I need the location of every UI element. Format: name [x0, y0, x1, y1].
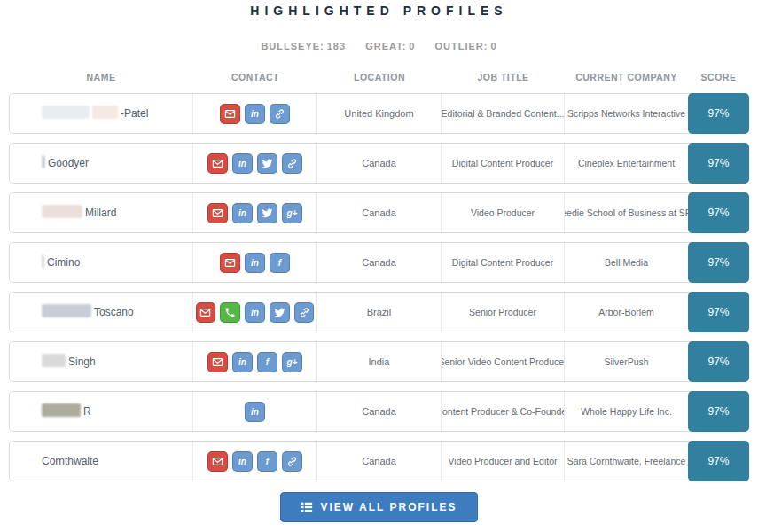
stat-great-value: 0 [409, 41, 415, 51]
contact-cell: in [193, 392, 317, 431]
gplus-icon[interactable]: g+ [282, 352, 302, 372]
company-cell: SilverPush [565, 342, 688, 381]
column-header-location: LOCATION [317, 72, 442, 82]
name-cell: Goodyer [10, 144, 193, 183]
email-icon[interactable] [207, 352, 228, 372]
score-badge: 97% [688, 192, 749, 233]
linkedin-icon[interactable]: in [245, 402, 265, 422]
redacted-name-blocks [42, 205, 85, 221]
contact-cell: in [193, 144, 317, 183]
facebook-icon[interactable]: f [257, 451, 277, 472]
redacted-name-block [42, 354, 66, 367]
linkedin-icon[interactable]: in [232, 203, 253, 223]
table-column-headers: NAME CONTACT LOCATION JOB TITLE CURRENT … [9, 72, 749, 82]
redacted-name-block [42, 403, 81, 417]
redacted-name-block [42, 205, 82, 218]
redacted-name-block [92, 106, 118, 119]
link-icon[interactable] [270, 104, 290, 124]
name-cell: Cornthwaite [10, 442, 193, 481]
profile-name: R [83, 405, 91, 418]
stat-outlier-value: 0 [490, 41, 496, 51]
job-title-cell: Senior Producer [442, 293, 565, 332]
linkedin-icon[interactable]: in [245, 253, 265, 273]
contact-cell: inf [193, 442, 317, 481]
column-header-current-company: CURRENT COMPANY [565, 72, 688, 82]
name-cell: R [10, 392, 193, 431]
stat-great-label: GREAT: [365, 41, 406, 51]
stat-outlier: OUTLIER:0 [435, 41, 497, 51]
location-cell: Canada [317, 392, 442, 431]
link-icon[interactable] [282, 451, 302, 472]
facebook-icon[interactable]: f [270, 253, 290, 273]
job-title-cell: Senior Video Content Producer [442, 342, 565, 381]
name-cell: -Patel [10, 94, 193, 133]
email-icon[interactable] [220, 253, 240, 273]
profiles-table: -Patel in United Kingdom Editorial & Bra… [9, 93, 749, 481]
twitter-icon[interactable] [257, 203, 277, 223]
profile-name: Cornthwaite [42, 455, 98, 467]
email-icon[interactable] [196, 302, 216, 323]
company-cell: Arbor-Borlem [565, 293, 688, 332]
table-row: R in Canada Content Producer & Co-Founde… [9, 391, 749, 432]
company-cell: Cineplex Entertainment [565, 144, 688, 183]
table-row: Cornthwaite inf Canada Video Producer an… [9, 441, 749, 481]
company-cell: Whole Happy Life Inc. [565, 392, 688, 431]
contact-cell: in [193, 293, 317, 332]
linkedin-icon[interactable]: in [232, 352, 253, 372]
location-cell: Canada [317, 144, 442, 183]
profile-name: Toscano [94, 306, 134, 318]
column-header-name: NAME [9, 72, 193, 82]
page-title: HIGHLIGHTED PROFILES [0, 4, 758, 18]
twitter-icon[interactable] [257, 153, 277, 174]
location-cell: Brazil [317, 293, 442, 332]
email-icon[interactable] [207, 451, 228, 472]
profile-name: Singh [68, 356, 96, 368]
contact-cell: infg+ [193, 342, 317, 381]
job-title-cell: Digital Content Producer [442, 144, 565, 183]
redacted-name-block [42, 106, 90, 119]
email-icon[interactable] [220, 104, 240, 124]
name-cell: Toscano [10, 293, 193, 332]
email-icon[interactable] [207, 153, 228, 174]
stat-great: GREAT:0 [365, 41, 415, 51]
footer-bar: VIEW ALL PROFILES [0, 492, 758, 522]
table-row: -Patel in United Kingdom Editorial & Bra… [9, 93, 749, 134]
redacted-name-block [42, 254, 44, 268]
redacted-name-blocks [42, 106, 121, 121]
link-icon[interactable] [282, 153, 302, 174]
score-badge: 97% [688, 143, 749, 184]
view-all-profiles-button[interactable]: VIEW ALL PROFILES [280, 492, 477, 522]
column-header-contact: CONTACT [193, 72, 317, 82]
name-cell: Singh [10, 342, 193, 381]
job-title-cell: Video Producer and Editor [442, 442, 565, 481]
redacted-name-blocks [42, 403, 83, 419]
table-row: Millard ing+ Canada Video Producer Beedi… [9, 192, 749, 233]
view-all-profiles-label: VIEW ALL PROFILES [320, 501, 457, 513]
location-cell: Canada [317, 243, 442, 282]
stat-bullseye: BULLSEYE:183 [261, 41, 346, 51]
linkedin-icon[interactable]: in [232, 153, 253, 174]
profile-name: -Patel [121, 107, 148, 120]
score-badge: 97% [688, 341, 749, 382]
name-cell: Cimino [10, 243, 193, 282]
twitter-icon[interactable] [270, 302, 290, 323]
link-icon[interactable] [294, 302, 315, 323]
score-badge: 97% [688, 93, 749, 134]
table-row: Goodyer in Canada Digital Content Produc… [9, 143, 749, 184]
redacted-name-block [42, 304, 91, 317]
company-cell: Bell Media [565, 243, 688, 282]
company-cell: Sara Cornthwaite, Freelance [565, 442, 688, 481]
email-icon[interactable] [207, 203, 228, 223]
gplus-icon[interactable]: g+ [282, 203, 302, 223]
phone-icon[interactable] [220, 302, 240, 323]
linkedin-icon[interactable]: in [245, 302, 265, 323]
location-cell: Canada [317, 193, 442, 232]
linkedin-icon[interactable]: in [232, 451, 253, 472]
job-title-cell: Editorial & Branded Content... [442, 94, 565, 133]
name-cell: Millard [10, 193, 193, 232]
job-title-cell: Video Producer [442, 193, 565, 232]
facebook-icon[interactable]: f [257, 352, 277, 372]
linkedin-icon[interactable]: in [245, 104, 265, 124]
score-badge: 97% [688, 441, 749, 481]
location-cell: Canada [317, 442, 442, 481]
